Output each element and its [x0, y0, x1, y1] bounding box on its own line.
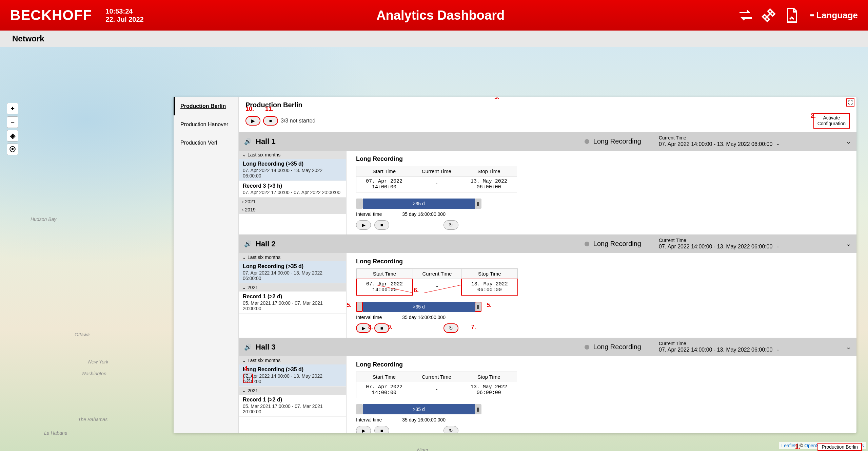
timeline: || >35 d ||: [356, 404, 481, 414]
recording-list: ⌄ Last six monthsLong Recording (>35 d)0…: [239, 151, 347, 234]
interval-meta: Interval time35 day 16:00:00.000: [356, 315, 847, 320]
detail-stop-button[interactable]: ■: [374, 426, 389, 433]
detail-controls: ▶ ■ ↻: [356, 220, 847, 230]
detail-reload-button[interactable]: ↻: [443, 426, 458, 433]
th-current: Current Time: [413, 268, 461, 279]
activate-config-button[interactable]: Activate Configuration: [813, 113, 850, 129]
recording-item[interactable]: Record 3 (>3 h)07. Apr 2022 17:00:00 - 0…: [239, 181, 346, 198]
recording-detail: Long Recording 6. Start TimeCurrent Time…: [347, 253, 856, 338]
timeline-bar[interactable]: >35 d: [363, 404, 475, 414]
footer-production-tab[interactable]: Production Berlin: [817, 443, 862, 451]
marker-2: 2.: [811, 112, 816, 119]
td-current: -: [412, 382, 461, 398]
hall-section: 🔊 Hall 3 Long Recording Current Time 07.…: [239, 338, 856, 433]
detail-reload-button[interactable]: ↻: [443, 220, 458, 230]
marker-11: 11.: [265, 106, 274, 113]
detail-play-button[interactable]: ▶: [356, 220, 371, 230]
timeline: 5. 5. || >35 d ||: [356, 302, 481, 312]
recording-item[interactable]: Long Recording (>35 d)07. Apr 2022 14:00…: [239, 261, 346, 283]
recording-group-header[interactable]: ⌄ Last six months: [239, 356, 346, 364]
language-selector[interactable]: Language: [810, 10, 858, 21]
locate-button[interactable]: ⦿: [7, 144, 18, 155]
document-icon[interactable]: [784, 7, 800, 23]
recording-item[interactable]: Long Recording (>35 d)07. Apr 2022 14:00…: [239, 159, 346, 181]
hall-header: 🔊 Hall 1 Long Recording Current Time 07.…: [239, 132, 856, 151]
td-stop: 13. May 202206:00:00: [461, 382, 517, 398]
sidebar-item-production-verl[interactable]: Production Verl: [174, 134, 238, 152]
marker-5b: 5.: [487, 302, 492, 309]
timeline-handle-right[interactable]: ||: [475, 302, 481, 312]
content-header: Production Berlin 3. ⛶: [239, 97, 856, 113]
recording-group-header[interactable]: ⌄ 2021: [239, 283, 346, 292]
timeline: || >35 d ||: [356, 199, 481, 209]
timeline-handle-right[interactable]: ||: [475, 404, 481, 414]
hall-time-info: Current Time 07. Apr 2022 14:00:00 - 13.…: [659, 340, 835, 354]
time-table: Start TimeCurrent TimeStop Time 07. Apr …: [356, 166, 517, 192]
time-table: Start TimeCurrent TimeStop Time 07. Apr …: [356, 268, 518, 296]
halls-container: 🔊 Hall 1 Long Recording Current Time 07.…: [239, 132, 856, 433]
sidebar-item-production-hanover[interactable]: Production Hanover: [174, 115, 238, 134]
recording-label: Long Recording: [593, 240, 641, 248]
recording-group-header[interactable]: › 2021: [239, 198, 346, 206]
time-text: 10:53:24: [105, 7, 143, 15]
recording-label: Long Recording: [593, 343, 641, 351]
panel-content: Production Berlin 3. ⛶ 10. 11. ▶ ■ 3/3 n…: [239, 97, 856, 433]
zoom-in-button[interactable]: +: [7, 103, 18, 114]
recording-detail: Long Recording Start TimeCurrent TimeSto…: [347, 151, 856, 234]
interval-meta: Interval time35 day 16:00:00.000: [356, 211, 847, 217]
chevron-down-icon[interactable]: ⌄: [846, 343, 851, 351]
tools-icon[interactable]: [761, 7, 777, 23]
timeline-bar[interactable]: >35 d: [363, 199, 475, 209]
th-start: Start Time: [356, 268, 413, 279]
detail-stop-button[interactable]: ■: [374, 323, 389, 333]
hall-body: ⌄ Last six monthsLong Recording (>35 d)0…: [239, 253, 856, 338]
marker-5a: 5.: [347, 302, 352, 309]
chevron-down-icon[interactable]: ⌄: [846, 240, 851, 248]
layers-button[interactable]: ◈: [7, 130, 18, 142]
production-sidebar: Production BerlinProduction HanoverProdu…: [174, 97, 239, 433]
marker-4: 4.: [244, 365, 249, 372]
detail-reload-button[interactable]: ↻: [443, 323, 458, 333]
timeline-handle-left[interactable]: ||: [356, 404, 363, 414]
stop-all-button[interactable]: ■: [263, 116, 278, 126]
th-start: Start Time: [356, 372, 412, 382]
run-status-text: 3/3 not started: [281, 118, 315, 124]
hall-time-info: Current Time 07. Apr 2022 14:00:00 - 13.…: [659, 135, 835, 148]
recording-group-header[interactable]: › 2019: [239, 206, 346, 214]
transfer-icon[interactable]: [737, 7, 754, 23]
recording-group-header[interactable]: ⌄ Last six months: [239, 253, 346, 261]
th-stop: Stop Time: [461, 372, 517, 382]
th-current: Current Time: [412, 372, 461, 382]
recording-group-header[interactable]: ⌄ 2021: [239, 387, 346, 395]
play-all-button[interactable]: ▶: [245, 116, 260, 126]
th-current: Current Time: [412, 166, 461, 176]
timeline-handle-right[interactable]: ||: [475, 199, 481, 209]
datetime-display: 10:53:24 22. Jul 2022: [105, 7, 143, 23]
main-area: Hudson Bay Ottawa Washington New York La…: [0, 47, 868, 451]
td-start: 07. Apr 202214:00:00: [356, 382, 412, 398]
td-start: 07. Apr 202214:00:00: [356, 176, 412, 192]
detail-stop-button[interactable]: ■: [374, 220, 389, 230]
speaker-icon: 🔊: [244, 240, 252, 248]
marker-3: 3.: [494, 97, 499, 101]
timeline-bar[interactable]: >35 d: [363, 302, 475, 312]
recording-item[interactable]: Record 1 (>2 d)05. Mar 2021 17:00:00 - 0…: [239, 292, 346, 314]
app-header: BECKHOFF 10:53:24 22. Jul 2022 Analytics…: [0, 0, 868, 31]
recording-list: ⌄ Last six monthsLong Recording (>35 d)0…: [239, 253, 347, 338]
recording-item[interactable]: Long Recording (>35 d)07. Apr 2022 14:00…: [239, 364, 346, 387]
leaflet-link[interactable]: Leaflet: [781, 443, 795, 448]
detail-play-button[interactable]: ▶: [356, 426, 371, 433]
date-text: 22. Jul 2022: [105, 15, 143, 23]
chevron-down-icon[interactable]: ⌄: [846, 138, 851, 145]
td-current: -: [413, 279, 461, 295]
refresh-button[interactable]: ↻: [243, 374, 253, 383]
marker-10: 10.: [245, 106, 254, 113]
timeline-handle-left[interactable]: ||: [356, 199, 363, 209]
recording-item[interactable]: Record 1 (>2 d)05. Mar 2021 17:00:00 - 0…: [239, 395, 346, 417]
sidebar-item-production-berlin[interactable]: Production Berlin: [174, 97, 238, 115]
expand-button[interactable]: ⛶: [846, 98, 854, 107]
timeline-handle-left[interactable]: ||: [356, 302, 363, 312]
zoom-out-button[interactable]: −: [7, 116, 18, 128]
recording-group-header[interactable]: ⌄ Last six months: [239, 151, 346, 159]
hall-header: 🔊 Hall 3 Long Recording Current Time 07.…: [239, 338, 856, 356]
